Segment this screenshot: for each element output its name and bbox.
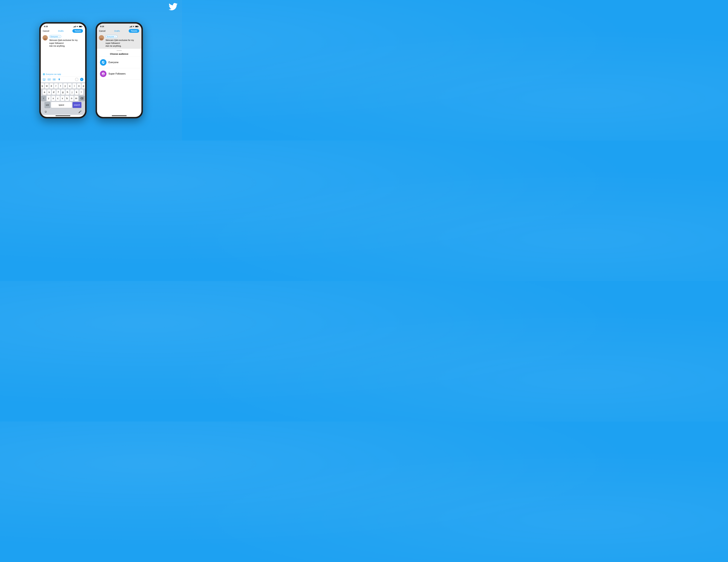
key-w[interactable]: w (45, 83, 49, 89)
battery-icon-left (79, 26, 82, 27)
key-row-1-left: q w e r t y u i o p (41, 83, 85, 89)
emoji-row-left: ☺ 🎤 (41, 109, 85, 115)
svg-rect-5 (54, 80, 55, 80)
home-bar-left (56, 115, 70, 116)
cancel-button-right[interactable]: Cancel (99, 30, 106, 32)
home-bar-right (112, 115, 127, 116)
avatar-image-left (43, 35, 48, 40)
key-b[interactable]: b (65, 96, 69, 101)
twitter-logo (169, 3, 178, 11)
key-j[interactable]: j (70, 89, 74, 95)
key-p[interactable]: p (82, 83, 85, 89)
emoji-icon-left[interactable]: ☺ (44, 110, 47, 113)
avatar-left (43, 35, 48, 40)
key-r[interactable]: r (54, 83, 58, 89)
wifi-icon-right: ⊛ (133, 26, 134, 27)
phones-container: 9:15 ⊛ Cancel Drafts Tweets (39, 22, 143, 118)
key-c[interactable]: c (56, 96, 60, 101)
avatar-right (99, 35, 104, 40)
plus-button-left[interactable]: + (80, 78, 83, 81)
spacebar-row-left: 123 space search (41, 102, 85, 109)
everyone-icon-circle (100, 59, 106, 66)
key-backspace[interactable]: ⌫ (79, 96, 85, 101)
gif-icon-left[interactable]: GIF (48, 78, 51, 81)
compose-right-right: Everyone ⌄ Skincare Q&A exclusive for my… (106, 35, 140, 48)
avatar-image-right (99, 35, 104, 40)
drafts-button-left[interactable]: Drafts (58, 30, 64, 32)
key-s[interactable]: s (47, 89, 51, 95)
key-o[interactable]: o (77, 83, 81, 89)
compose-toolbar-left: GIF + (41, 76, 85, 82)
key-x[interactable]: x (51, 96, 55, 101)
key-a[interactable]: a (43, 89, 46, 95)
audience-tag-right[interactable]: Everyone ⌄ (106, 35, 118, 38)
key-q[interactable]: q (41, 83, 44, 89)
svg-text:GIF: GIF (48, 79, 50, 80)
tweets-button-right[interactable]: Tweets (129, 29, 139, 33)
phone-left: 9:15 ⊛ Cancel Drafts Tweets (39, 22, 87, 118)
key-t[interactable]: t (59, 83, 62, 89)
chevron-down-icon-left: ⌄ (58, 36, 60, 37)
list-icon-left[interactable] (53, 78, 56, 81)
key-l[interactable]: l (79, 89, 83, 95)
key-y[interactable]: y (63, 83, 67, 89)
key-u[interactable]: u (68, 83, 72, 89)
compose-area-left: Everyone ⌄ Skincare Q&A exclusive for my… (41, 34, 85, 72)
key-i[interactable]: i (72, 83, 76, 89)
status-time-left: 9:15 (44, 25, 48, 28)
status-time-right: 9:15 (100, 25, 104, 28)
signal-bars-right (129, 26, 132, 27)
compose-area-right: Everyone ⌄ Skincare Q&A exclusive for my… (97, 34, 141, 49)
key-search[interactable]: search (73, 102, 81, 108)
circle-btn-left (75, 78, 78, 81)
signal-bars-left (73, 26, 76, 27)
compose-right-left: Everyone ⌄ Skincare Q&A exclusive for my… (49, 35, 83, 71)
chevron-down-icon-right: ⌄ (115, 36, 116, 37)
status-bar-right: 9:15 ⊛ (97, 24, 141, 28)
key-row-2-left: a s d f g h j k l (41, 89, 85, 95)
tweets-button-left[interactable]: Tweets (72, 29, 83, 33)
status-icons-left: ⊛ (73, 26, 82, 27)
cancel-button-left[interactable]: Cancel (43, 30, 49, 32)
image-icon-left[interactable] (43, 78, 46, 81)
key-v[interactable]: v (61, 96, 64, 101)
key-f[interactable]: f (56, 89, 60, 95)
key-g[interactable]: g (61, 89, 65, 95)
key-123[interactable]: 123 (44, 102, 50, 108)
sheet-handle (117, 50, 122, 51)
drafts-button-right[interactable]: Drafts (114, 30, 120, 32)
key-shift[interactable]: ⇧ (41, 96, 46, 101)
phone-left-screen: 9:15 ⊛ Cancel Drafts Tweets (41, 24, 85, 117)
key-row-3-left: ⇧ z x c v b n m ⌫ (41, 96, 85, 101)
svg-rect-2 (53, 79, 54, 79)
key-n[interactable]: n (70, 96, 74, 101)
super-followers-icon-circle (100, 71, 106, 77)
key-m[interactable]: m (74, 96, 78, 101)
key-z[interactable]: z (47, 96, 51, 101)
super-followers-label: Super Followers (109, 72, 126, 75)
tweet-text-right: Skincare Q&A exclusive for my super foll… (106, 39, 140, 48)
mic-icon-left[interactable]: 🎤 (78, 110, 82, 113)
key-space[interactable]: space (51, 102, 72, 108)
svg-rect-4 (53, 80, 54, 80)
tweet-nav-right: Cancel Drafts Tweets (97, 28, 141, 34)
key-d[interactable]: d (52, 89, 56, 95)
tweet-text-left[interactable]: Skincare Q&A exclusive for my super foll… (49, 39, 83, 48)
location-icon-left[interactable] (58, 78, 61, 81)
key-h[interactable]: h (66, 89, 69, 95)
audience-option-super-followers[interactable]: Super Followers (97, 68, 141, 80)
key-k[interactable]: k (75, 89, 79, 95)
sheet-title: Choose audience (97, 52, 141, 57)
phone-right-screen: 9:15 ⊛ Cancel Drafts Tweets (97, 24, 141, 117)
everyone-label: Everyone (109, 61, 119, 64)
audience-sheet: Choose audience Everyone (97, 49, 141, 115)
status-icons-right: ⊛ (129, 26, 138, 27)
reply-text-left[interactable]: Everyone can reply (46, 73, 61, 75)
key-e[interactable]: e (49, 83, 53, 89)
keyboard-left: q w e r t y u i o p a s d f g h (41, 82, 85, 115)
audience-option-everyone[interactable]: Everyone (97, 57, 141, 68)
reply-info-left: 🌐 Everyone can reply (41, 72, 85, 76)
tweet-nav-left: Cancel Drafts Tweets (41, 28, 85, 34)
phone-right: 9:15 ⊛ Cancel Drafts Tweets (96, 22, 143, 118)
audience-tag-left[interactable]: Everyone ⌄ (49, 35, 61, 38)
